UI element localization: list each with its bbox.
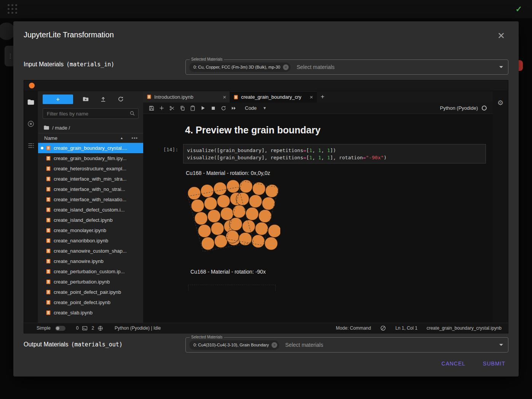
cut-cells-icon[interactable] [167,104,177,113]
globe-icon[interactable] [97,325,103,331]
tab-close-icon[interactable]: × [223,94,226,100]
property-inspector-gear-icon[interactable]: ⚙ [497,99,503,323]
save-icon[interactable] [146,104,157,113]
terminal-icon[interactable] [82,325,88,331]
atoms-svg [186,179,280,253]
notebook-file-icon [46,228,51,233]
cursor-position-text[interactable]: Ln 1, Col 1 [395,325,417,331]
name-column-header[interactable]: Name [44,135,58,141]
file-row[interactable]: create_monolayer.ipynb [38,225,143,236]
new-launcher-button[interactable]: + [43,95,73,104]
new-folder-icon[interactable] [77,94,94,104]
file-row[interactable]: create_point_defect.ipynb [38,297,143,308]
jupyter-logo-icon [29,83,35,88]
file-row[interactable]: create_island_defect.ipynb [38,215,143,225]
file-row[interactable]: create_point_defect_pair.ipynb [38,287,143,297]
code-lines: visualize([grain_boundary], repetitions=… [187,147,482,161]
status-check-icon: ✓ [515,5,522,14]
select-legend: Selected Materials [190,335,224,340]
kernels-count: 2 [91,325,94,331]
file-name: create_perturbation.ipynb [54,279,110,285]
open-indicator-dot [41,147,43,149]
file-row[interactable]: create_interface_with_min_stra... [38,174,143,184]
paste-cells-icon[interactable] [187,104,198,113]
file-row[interactable]: create_interface_with_relaxatio... [38,194,143,205]
chevron-down-icon [499,344,503,346]
copy-cells-icon[interactable] [177,104,187,113]
output-caption-1: Cu168 - Material - rotation: 0x,0y,0z [186,170,270,176]
new-tab-icon[interactable]: + [317,91,328,103]
atoms-visualization[interactable] [186,179,280,253]
kernel-status-text[interactable]: Python (Pyodide) | Idle [115,325,161,331]
breadcrumb[interactable]: / made / [38,122,143,133]
file-browser-icon[interactable] [27,98,35,106]
notebook-file-icon [46,207,51,213]
app-menubar: ✓ [0,0,532,18]
refresh-icon[interactable] [112,94,129,104]
filter-files-input[interactable] [43,108,139,119]
interrupt-kernel-icon[interactable] [208,104,218,113]
upload-icon[interactable] [94,94,112,104]
tab-close-icon[interactable]: × [310,94,313,100]
file-row[interactable]: create_perturbation.ipynb [38,277,143,287]
file-row[interactable]: create_slab.ipynb [38,308,143,318]
file-row[interactable]: create_grain_boundary_film.ipy... [38,153,143,163]
run-cell-icon[interactable] [198,104,208,113]
chevron-down-icon: ▼ [263,106,267,110]
notebook-file-icon [46,176,51,182]
tab-label: Introduction.ipynb [154,94,220,100]
file-row[interactable]: create_grain_boundary_crystal.... [38,143,143,153]
chip-remove-icon[interactable]: × [272,342,277,348]
file-row[interactable]: create_nanoribbon.ipynb [38,236,143,246]
material-chip[interactable]: 0: Cu4(310)-Cu4(-3-10), Grain Boundary × [189,340,279,350]
input-materials-select[interactable]: Selected Materials 0: Cu, Copper, FCC (F… [185,59,508,75]
terminals-count: 0 [76,325,79,331]
app-logo-icon[interactable] [8,4,18,14]
search-icon [129,110,136,117]
close-icon[interactable]: ✕ [497,31,505,40]
notifications-icon[interactable] [380,325,386,331]
notebook-file-icon [46,269,51,274]
restart-kernel-icon[interactable] [218,104,228,113]
jupyter-menubar [24,80,508,91]
restart-run-all-icon[interactable] [228,104,239,113]
file-name: create_perturbation_custom.ip... [54,269,125,274]
chip-remove-icon[interactable]: × [283,64,289,70]
cell-type-select[interactable]: Code ▼ [245,105,267,111]
material-chip[interactable]: 0: Cu, Copper, FCC (Fm-3m) 3D (Bulk), mp… [189,62,291,72]
kernel-name[interactable]: Python (Pyodide) [440,105,478,111]
document-tab[interactable]: Introduction.ipynb × [143,91,230,103]
table-of-contents-icon[interactable] [27,141,35,150]
obscured-background-button [0,22,15,40]
output-caption-2: Cu168 - Material - rotation: -90x [190,269,266,275]
file-row[interactable]: create_interface_with_no_strai... [38,184,143,194]
file-list-header[interactable]: Name ▲ ••• [38,133,143,143]
next-visualization-edge [188,285,276,291]
file-row[interactable]: create_heterostructure_exampl... [38,163,143,174]
cancel-button[interactable]: CANCEL [438,358,468,369]
notebook-file-icon [147,94,152,99]
notebook-file-icon [46,166,51,171]
active-filename-text: create_grain_boundary_crystal.ipynb [427,325,502,331]
file-row[interactable]: create_perturbation_custom.ip... [38,266,143,277]
file-row[interactable]: create_island_defect_custom.i... [38,205,143,215]
document-tab[interactable]: create_grain_boundary_cry × [230,91,317,103]
notebook-file-icon [46,155,51,161]
notebook-file-icon [46,197,51,202]
submit-button[interactable]: SUBMIT [480,358,508,369]
running-sessions-icon[interactable] [27,120,35,128]
file-row[interactable]: create_nanowire.ipynb [38,256,143,266]
output-materials-select[interactable]: Selected Materials 0: Cu4(310)-Cu4(-3-10… [185,337,508,353]
jupyterlite-transformation-dialog: JupyterLite Transformation ✕ Input Mater… [13,21,519,377]
file-name: create_nanoribbon.ipynb [54,238,108,244]
simple-mode-toggle[interactable] [55,326,66,331]
select-legend: Selected Materials [190,57,224,62]
insert-cell-icon[interactable] [157,104,167,113]
file-name: create_interface_with_no_strai... [54,186,125,192]
code-cell-editor[interactable]: visualize([grain_boundary], repetitions=… [183,144,486,163]
notebook-file-icon [233,95,238,100]
folder-icon [44,126,49,130]
file-row[interactable]: create_nanowire_custom_shap... [38,246,143,256]
column-more-icon[interactable]: ••• [131,135,138,141]
file-name: create_point_defect_pair.ipynb [54,289,121,295]
